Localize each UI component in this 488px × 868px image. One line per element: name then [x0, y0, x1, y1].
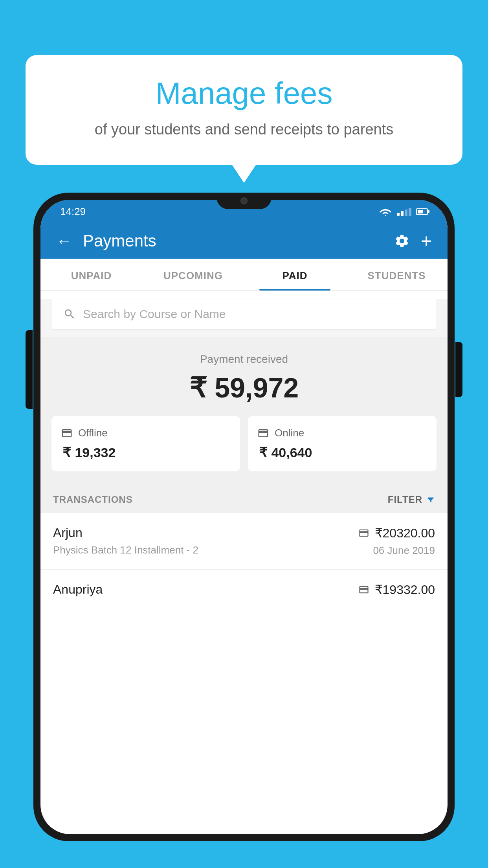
filter-icon: [426, 495, 435, 504]
offline-card-header: Offline: [61, 427, 231, 439]
offline-label: Offline: [78, 427, 108, 439]
transactions-label: TRANSACTIONS: [53, 494, 133, 505]
online-label: Online: [275, 427, 304, 439]
back-button[interactable]: ←: [56, 232, 72, 250]
transaction-amount: ₹20320.00: [375, 526, 435, 541]
transaction-row[interactable]: Arjun Physics Batch 12 Installment - 2 ₹…: [40, 513, 448, 570]
transaction-online-icon: [358, 528, 369, 539]
phone-outer: 14:29: [33, 193, 455, 841]
offline-card: Offline ₹ 19,332: [51, 416, 240, 471]
transactions-header: TRANSACTIONS FILTER: [40, 483, 448, 513]
header-icons: +: [394, 232, 432, 250]
tab-students[interactable]: STUDENTS: [346, 259, 448, 291]
signal-icon: [397, 207, 411, 216]
app-header: ← Payments +: [40, 223, 448, 259]
tab-unpaid[interactable]: UNPAID: [40, 259, 142, 291]
phone-notch: [216, 193, 272, 209]
transaction-amount-row: ₹20320.00: [358, 526, 435, 541]
status-icons: [379, 207, 428, 216]
gear-icon[interactable]: [394, 233, 410, 249]
online-amount: ₹ 40,640: [257, 445, 427, 460]
transaction-date: 06 June 2019: [373, 544, 435, 557]
transaction-right: ₹20320.00 06 June 2019: [358, 526, 435, 557]
payment-received-section: Payment received ₹ 59,972 Offline: [40, 337, 448, 483]
add-button[interactable]: +: [421, 232, 432, 250]
transaction-name: Arjun: [53, 526, 198, 540]
payment-total-amount: ₹ 59,972: [51, 372, 437, 404]
status-time: 14:29: [60, 206, 86, 218]
wifi-icon: [379, 207, 392, 216]
app-content: Search by Course or Name Payment receive…: [40, 299, 448, 610]
phone-screen: 14:29: [40, 200, 448, 834]
search-placeholder[interactable]: Search by Course or Name: [83, 307, 226, 321]
transaction-right: ₹19332.00: [358, 582, 435, 597]
battery-fill: [418, 210, 423, 213]
tab-paid[interactable]: PAID: [244, 259, 346, 291]
search-bar[interactable]: Search by Course or Name: [51, 299, 437, 329]
tab-upcoming[interactable]: UPCOMING: [142, 259, 244, 291]
transaction-detail: Physics Batch 12 Installment - 2: [53, 544, 198, 556]
tabs-container: UNPAID UPCOMING PAID STUDENTS: [40, 259, 448, 291]
payment-cards: Offline ₹ 19,332 Online: [51, 416, 437, 471]
transaction-offline-icon: [358, 584, 369, 595]
online-card: Online ₹ 40,640: [248, 416, 437, 471]
transaction-name: Anupriya: [53, 582, 103, 597]
transaction-amount-row: ₹19332.00: [358, 582, 435, 597]
filter-button[interactable]: FILTER: [388, 494, 435, 505]
battery-icon: [416, 208, 428, 215]
speech-bubble: Manage fees of your students and send re…: [26, 55, 462, 165]
online-card-header: Online: [257, 427, 427, 439]
online-icon: [257, 427, 269, 439]
transaction-left: Arjun Physics Batch 12 Installment - 2: [53, 526, 198, 556]
header-title: Payments: [83, 232, 383, 250]
phone-mockup: 14:29: [33, 193, 455, 868]
offline-icon: [61, 427, 73, 439]
transaction-left: Anupriya: [53, 582, 103, 597]
bubble-subtitle: of your students and send receipts to pa…: [49, 120, 439, 139]
search-icon: [63, 308, 76, 320]
filter-label: FILTER: [388, 494, 422, 505]
offline-amount: ₹ 19,332: [61, 445, 231, 460]
bubble-title: Manage fees: [49, 77, 439, 110]
speech-bubble-container: Manage fees of your students and send re…: [26, 55, 462, 165]
transaction-row[interactable]: Anupriya ₹19332.00: [40, 570, 448, 610]
payment-received-label: Payment received: [51, 353, 437, 366]
transaction-amount: ₹19332.00: [375, 582, 435, 597]
camera: [240, 197, 248, 204]
